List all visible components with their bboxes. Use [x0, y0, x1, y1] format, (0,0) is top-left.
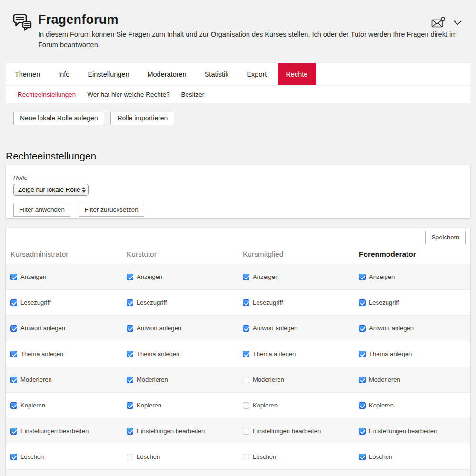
- checkbox-einstellungen-bearbeiten-kursadministrator[interactable]: [10, 428, 17, 435]
- filter-panel: Rolle Zeige nur lokale Rollen Filter anw…: [6, 165, 470, 218]
- column-header-forenmoderator: Forenmoderator: [354, 250, 470, 258]
- permission-cell-lesezugriff-forenmoderator: Lesezugriff: [354, 299, 470, 306]
- tab-statistik[interactable]: Statistik: [198, 63, 235, 85]
- tab-rechte[interactable]: Rechte: [278, 63, 316, 85]
- checkbox-loeschen-kurstutor[interactable]: [127, 454, 133, 460]
- checkbox-einstellungen-bearbeiten-forenmoderator[interactable]: [359, 428, 366, 435]
- checkbox-label: Anzeigen: [369, 273, 395, 280]
- tab-export[interactable]: Export: [240, 63, 273, 85]
- role-select-value: Zeige nur lokale Rollen: [18, 186, 80, 193]
- checkbox-thema-anlegen-forenmoderator[interactable]: [359, 351, 366, 357]
- role-column-headers: KursadministratorKurstutorKursmitgliedFo…: [6, 228, 470, 264]
- button-neue-lokale-rolle-anlegen[interactable]: Neue lokale Rolle anlegen: [13, 112, 104, 125]
- checkbox-label: Einstellungen bearbeiten: [137, 427, 205, 435]
- page-header: Fragenforum In diesem Forum können Sie F…: [0, 0, 476, 63]
- checkbox-lesezugriff-kurstutor[interactable]: [127, 299, 133, 306]
- checkbox-anzeigen-kurstutor[interactable]: [127, 274, 133, 280]
- permission-cell-loeschen-kursadministrator: Löschen: [6, 453, 122, 460]
- checkbox-moderieren-kursmitglied[interactable]: [243, 377, 249, 383]
- button-rolle-importieren[interactable]: Rolle importieren: [110, 112, 174, 125]
- filter-buttons: Filter anwenden Filter zurücksetzen: [13, 204, 463, 217]
- column-header-kurstutor: Kurstutor: [122, 250, 238, 258]
- checkbox-loeschen-forenmoderator[interactable]: [359, 454, 366, 460]
- checkbox-einstellungen-bearbeiten-kurstutor[interactable]: [127, 428, 133, 435]
- role-filter-label: Rolle: [13, 174, 463, 181]
- filter-apply-button[interactable]: Filter anwenden: [13, 204, 70, 217]
- permission-cell-anzeigen-kursmitglied: Anzeigen: [238, 273, 354, 280]
- checkbox-label: Löschen: [369, 453, 392, 460]
- checkbox-moderieren-kursadministrator[interactable]: [10, 377, 17, 383]
- permission-cell-moderieren-kurstutor: Moderieren: [122, 376, 238, 383]
- forum-speech-bubbles-icon: [10, 12, 33, 36]
- permission-row-anzeigen: AnzeigenAnzeigenAnzeigenAnzeigen: [6, 264, 470, 290]
- checkbox-label: Anzeigen: [20, 273, 46, 280]
- subtab-rechteeinstellungen[interactable]: Rechteeinstellungen: [12, 91, 81, 98]
- role-toolbar: Neue lokale Rolle anlegenRolle importier…: [6, 112, 470, 125]
- permission-cell-einstellungen-bearbeiten-forenmoderator: Einstellungen bearbeiten: [354, 427, 470, 435]
- checkbox-label: Löschen: [20, 453, 44, 460]
- permission-cell-anzeigen-kursadministrator: Anzeigen: [6, 273, 122, 280]
- role-select[interactable]: Zeige nur lokale Rollen: [13, 184, 89, 196]
- checkbox-thema-anlegen-kurstutor[interactable]: [127, 351, 133, 357]
- checkbox-lesezugriff-kursmitglied[interactable]: [243, 299, 249, 306]
- rights-table-panel: Speichern KursadministratorKurstutorKurs…: [6, 228, 470, 476]
- checkbox-antwort-anlegen-forenmoderator[interactable]: [359, 325, 366, 332]
- checkbox-label: Kopieren: [137, 402, 161, 409]
- tab-einstellungen[interactable]: Einstellungen: [81, 63, 135, 85]
- checkbox-lesezugriff-forenmoderator[interactable]: [359, 299, 366, 306]
- column-header-kursadministrator: Kursadministrator: [6, 250, 122, 258]
- checkbox-antwort-anlegen-kursmitglied[interactable]: [243, 325, 249, 332]
- permission-row-moderieren: ModerierenModerierenModerierenModerieren: [6, 367, 470, 393]
- checkbox-kopieren-kursmitglied[interactable]: [243, 402, 249, 409]
- checkbox-label: Moderieren: [137, 376, 168, 383]
- checkbox-label: Thema anlegen: [20, 350, 63, 357]
- tab-info[interactable]: Info: [52, 63, 76, 85]
- checkbox-anzeigen-kursmitglied[interactable]: [243, 274, 249, 280]
- subtab-wer-hat-hier-welche-rechte[interactable]: Wer hat hier welche Rechte?: [81, 91, 175, 98]
- select-stepper-icon: [82, 187, 86, 193]
- checkbox-lesezugriff-kursadministrator[interactable]: [10, 299, 17, 306]
- tab-moderatoren[interactable]: Moderatoren: [141, 63, 192, 85]
- permission-cell-kopieren-kurstutor: Kopieren: [122, 402, 238, 409]
- chevron-down-icon[interactable]: [454, 20, 462, 25]
- checkbox-einstellungen-bearbeiten-kursmitglied[interactable]: [243, 428, 249, 435]
- permission-row-einstellungen-bearbeiten: Einstellungen bearbeitenEinstellungen be…: [6, 418, 470, 444]
- checkbox-label: Einstellungen bearbeiten: [20, 427, 89, 435]
- permission-cell-lesezugriff-kurstutor: Lesezugriff: [122, 299, 238, 306]
- checkbox-thema-anlegen-kursmitglied[interactable]: [243, 351, 249, 357]
- checkbox-label: Kopieren: [253, 402, 278, 409]
- checkbox-anzeigen-kursadministrator[interactable]: [10, 274, 17, 280]
- subtab-besitzer[interactable]: Besitzer: [175, 91, 210, 98]
- checkbox-moderieren-forenmoderator[interactable]: [359, 377, 366, 383]
- permission-cell-antwort-anlegen-kurstutor: Antwort anlegen: [122, 325, 238, 332]
- checkbox-antwort-anlegen-kursadministrator[interactable]: [10, 325, 17, 332]
- permission-cell-loeschen-forenmoderator: Löschen: [354, 453, 470, 460]
- checkbox-kopieren-kursadministrator[interactable]: [10, 402, 17, 409]
- checkbox-label: Moderieren: [369, 376, 400, 383]
- permission-cell-moderieren-kursadministrator: Moderieren: [6, 376, 122, 383]
- permission-cell-moderieren-forenmoderator: Moderieren: [354, 376, 470, 383]
- checkbox-kopieren-forenmoderator[interactable]: [359, 402, 366, 409]
- checkbox-label: Einstellungen bearbeiten: [369, 427, 437, 435]
- page-title: Fragenforum: [38, 12, 466, 27]
- checkbox-kopieren-kurstutor[interactable]: [127, 402, 133, 409]
- checkbox-moderieren-kurstutor[interactable]: [127, 377, 133, 383]
- permission-cell-thema-anlegen-forenmoderator: Thema anlegen: [354, 350, 470, 357]
- checkbox-label: Thema anlegen: [137, 350, 179, 357]
- permission-cell-thema-anlegen-kurstutor: Thema anlegen: [122, 350, 238, 357]
- subscribe-envelope-badge-icon[interactable]: [431, 17, 445, 29]
- checkbox-anzeigen-forenmoderator[interactable]: [359, 274, 366, 280]
- permission-cell-anzeigen-kurstutor: Anzeigen: [122, 273, 238, 280]
- checkbox-loeschen-kursadministrator[interactable]: [10, 454, 17, 460]
- checkbox-label: Anzeigen: [137, 273, 162, 280]
- page-description: In diesem Forum können Sie Fragen zum In…: [38, 30, 463, 50]
- tab-themen[interactable]: Themen: [9, 63, 46, 85]
- checkbox-antwort-anlegen-kurstutor[interactable]: [127, 325, 133, 332]
- checkbox-label: Moderieren: [253, 376, 284, 383]
- permission-row-kopieren: KopierenKopierenKopierenKopieren: [6, 393, 470, 418]
- save-button[interactable]: Speichern: [425, 231, 466, 244]
- filter-reset-button[interactable]: Filter zurücksetzen: [79, 204, 144, 217]
- section-title: Rechteeinstellungen: [6, 150, 476, 163]
- checkbox-thema-anlegen-kursadministrator[interactable]: [10, 351, 17, 357]
- checkbox-loeschen-kursmitglied[interactable]: [243, 454, 249, 460]
